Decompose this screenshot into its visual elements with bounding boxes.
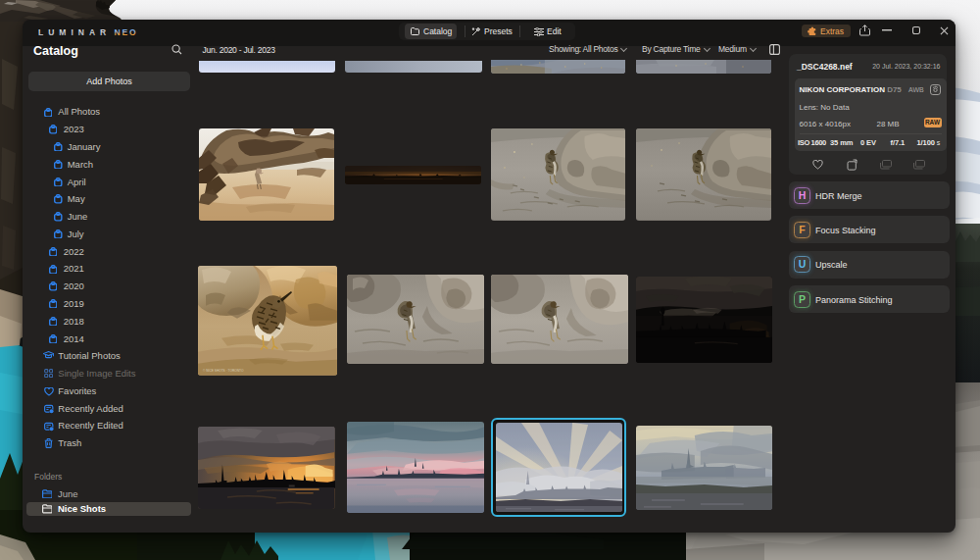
svg-text:LUMINAR: LUMINAR (38, 26, 111, 36)
svg-text:© NICE SHOTS · TORONTO: © NICE SHOTS · TORONTO (203, 369, 244, 373)
svg-text:NEO: NEO (115, 26, 138, 36)
